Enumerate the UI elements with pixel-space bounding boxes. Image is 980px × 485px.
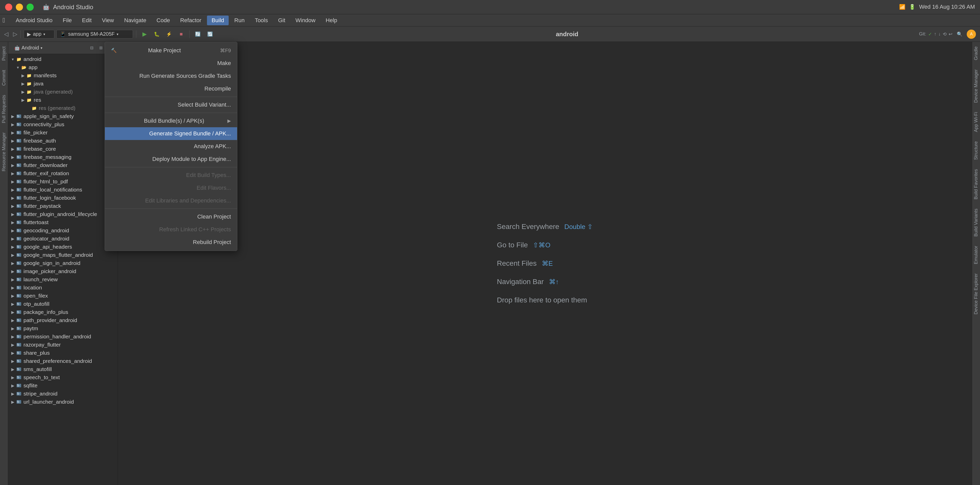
- menu-build[interactable]: Build: [207, 16, 229, 25]
- menu-file[interactable]: File: [58, 16, 76, 25]
- list-item[interactable]: ▶stripe_android: [8, 390, 118, 398]
- build-variants-tab-icon[interactable]: Build Variants: [972, 206, 980, 239]
- list-item[interactable]: ▶path_provider_android: [8, 316, 118, 324]
- menu-item-run-generate[interactable]: Run Generate Sources Gradle Tasks: [105, 70, 237, 82]
- menu-item-analyze-apk[interactable]: Analyze APK...: [105, 140, 237, 153]
- list-item[interactable]: ▶location: [8, 284, 118, 292]
- pull-requests-tab-icon[interactable]: Pull Requests: [0, 93, 8, 125]
- list-item[interactable]: ▶flutter_html_to_pdf: [8, 178, 118, 185]
- menu-edit[interactable]: Edit: [77, 16, 96, 25]
- list-item[interactable]: ▶ 📁 java (generated): [8, 88, 118, 96]
- project-tab-icon[interactable]: Project: [0, 44, 8, 63]
- menu-view[interactable]: View: [97, 16, 118, 25]
- list-item[interactable]: ▶launch_review: [8, 276, 118, 284]
- undo-icon[interactable]: ↩: [948, 32, 953, 37]
- menu-help[interactable]: Help: [321, 16, 342, 25]
- list-item[interactable]: ▶flutter_downloader: [8, 161, 118, 169]
- minimize-button[interactable]: [16, 3, 23, 11]
- app-selector[interactable]: ▶ app ▾: [24, 30, 54, 38]
- list-item[interactable]: ▶image_picker_android: [8, 267, 118, 276]
- list-item[interactable]: ▶open_filex: [8, 292, 118, 300]
- list-item[interactable]: ▶paytm: [8, 324, 118, 333]
- list-item[interactable]: ▶url_launcher_android: [8, 398, 118, 406]
- sync-button[interactable]: 🔄: [192, 30, 203, 39]
- structure-tab-icon[interactable]: Structure: [972, 139, 980, 162]
- search-button[interactable]: 🔍: [955, 30, 965, 39]
- close-button[interactable]: [5, 3, 12, 11]
- tree-root[interactable]: ▾ 📁 android: [8, 55, 118, 63]
- menu-code[interactable]: Code: [152, 16, 175, 25]
- maximize-button[interactable]: [27, 3, 34, 11]
- list-item[interactable]: ▶google_api_headers: [8, 243, 118, 251]
- list-item[interactable]: ▶ 📁 java: [8, 79, 118, 88]
- list-item[interactable]: ▶firebase_messaging: [8, 153, 118, 161]
- git-up-icon[interactable]: ↑: [934, 32, 936, 37]
- menu-item-make-project[interactable]: 🔨 Make Project ⌘F9: [105, 44, 237, 57]
- commit-tab-icon[interactable]: Commit: [0, 68, 8, 88]
- menu-android-studio[interactable]: Android Studio: [11, 16, 57, 25]
- list-item[interactable]: ▶package_info_plus: [8, 308, 118, 316]
- emulator-tab-icon[interactable]: Emulator: [972, 244, 980, 266]
- menu-run[interactable]: Run: [230, 16, 249, 25]
- device-file-tab-icon[interactable]: Device File Explorer: [972, 271, 980, 317]
- menu-item-deploy-module[interactable]: Deploy Module to App Engine...: [105, 153, 237, 165]
- list-item[interactable]: ▶firebase_auth: [8, 137, 118, 145]
- device-manager-tab-icon[interactable]: Device Manager: [972, 67, 980, 105]
- list-item[interactable]: ▶ 📁 manifests: [8, 71, 118, 79]
- list-item[interactable]: ▶flutter_paystack: [8, 202, 118, 210]
- menu-item-clean-project[interactable]: Clean Project: [105, 210, 237, 223]
- list-item[interactable]: 📁 res (generated): [8, 104, 118, 112]
- list-item[interactable]: ▶google_maps_flutter_android: [8, 251, 118, 259]
- menu-window[interactable]: Window: [291, 16, 320, 25]
- run-button[interactable]: ▶: [139, 30, 150, 39]
- list-item[interactable]: ▶shared_preferences_android: [8, 357, 118, 365]
- resource-manager-tab-icon[interactable]: Resource Manager: [0, 130, 8, 173]
- list-item[interactable]: ▶razorpay_flutter: [8, 341, 118, 349]
- list-item[interactable]: ▶flutter_exif_rotation: [8, 169, 118, 178]
- list-item[interactable]: ▶flutter_plugin_android_lifecycle: [8, 210, 118, 218]
- sync2-button[interactable]: 🔃: [205, 30, 215, 39]
- list-item[interactable]: ▶permission_handler_android: [8, 333, 118, 341]
- list-item[interactable]: ▶google_sign_in_android: [8, 259, 118, 267]
- device-selector[interactable]: 📱 samsung SM-A205F ▾: [56, 30, 133, 38]
- menu-navigate[interactable]: Navigate: [120, 16, 151, 25]
- android-dropdown[interactable]: 🤖 Android ▾: [12, 44, 45, 51]
- build-dropdown-menu[interactable]: 🔨 Make Project ⌘F9 Make Run Generate Sou…: [105, 42, 237, 251]
- build-favorites-tab-icon[interactable]: Build Favorites: [972, 167, 980, 201]
- stop-button[interactable]: ■: [176, 30, 186, 39]
- apple-logo[interactable]: : [3, 16, 5, 24]
- list-item[interactable]: ▶file_picker: [8, 128, 118, 137]
- menu-item-select-build-variant[interactable]: Select Build Variant...: [105, 98, 237, 111]
- list-item[interactable]: ▶geocoding_android: [8, 227, 118, 235]
- profile-button[interactable]: ⚡: [164, 30, 174, 39]
- list-item[interactable]: ▾ 📂 app: [8, 63, 118, 71]
- git-history-icon[interactable]: ⟲: [943, 32, 947, 37]
- menu-git[interactable]: Git: [274, 16, 290, 25]
- collapse-all-icon[interactable]: ⊟: [88, 44, 95, 52]
- app-wifi-tab-icon[interactable]: App Wi-Fi: [972, 110, 980, 134]
- list-item[interactable]: ▶fluttertoast: [8, 218, 118, 227]
- list-item[interactable]: ▶flutter_local_notifications: [8, 185, 118, 194]
- list-item[interactable]: ▶speech_to_text: [8, 373, 118, 382]
- menu-item-rebuild-project[interactable]: Rebuild Project: [105, 236, 237, 249]
- git-down-icon[interactable]: ↓: [939, 32, 941, 37]
- list-item[interactable]: ▶firebase_core: [8, 145, 118, 153]
- expand-all-icon[interactable]: ⊞: [97, 44, 104, 52]
- list-item[interactable]: ▶flutter_login_facebook: [8, 194, 118, 202]
- menu-tools[interactable]: Tools: [250, 16, 272, 25]
- list-item[interactable]: ▶ 📁 res: [8, 96, 118, 104]
- menu-refactor[interactable]: Refactor: [176, 16, 206, 25]
- list-item[interactable]: ▶geolocator_android: [8, 235, 118, 243]
- list-item[interactable]: ▶otp_autofill: [8, 300, 118, 308]
- forward-icon[interactable]: ▷: [13, 31, 18, 38]
- debug-button[interactable]: 🐛: [151, 30, 162, 39]
- list-item[interactable]: ▶sqflite: [8, 382, 118, 390]
- list-item[interactable]: ▶share_plus: [8, 349, 118, 357]
- menu-item-make[interactable]: Make: [105, 57, 237, 70]
- menu-item-build-bundles[interactable]: Build Bundle(s) / APK(s) ▶: [105, 114, 237, 127]
- menu-item-recompile[interactable]: Recompile: [105, 82, 237, 95]
- list-item[interactable]: ▶sms_autofill: [8, 365, 118, 373]
- list-item[interactable]: ▶connectivity_plus: [8, 120, 118, 128]
- gradle-tab-icon[interactable]: Gradle: [972, 44, 980, 62]
- list-item[interactable]: ▶apple_sign_in_safety: [8, 112, 118, 120]
